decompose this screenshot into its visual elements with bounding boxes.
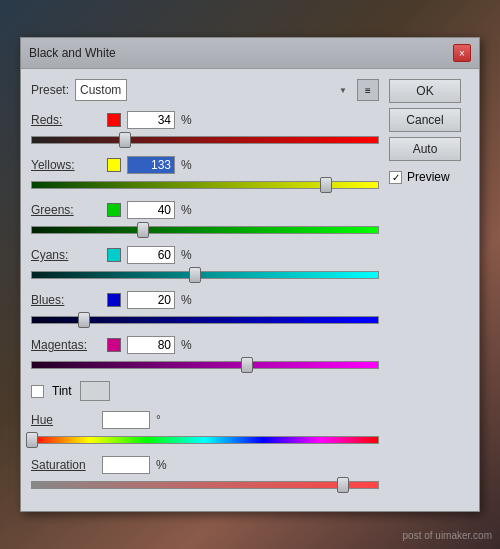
saturation-row: Saturation % (31, 456, 379, 493)
reds-label: Reds: (31, 113, 101, 127)
hue-value-input[interactable] (102, 411, 150, 429)
cyans-value-input[interactable] (127, 246, 175, 264)
blues-header: Blues: % (31, 291, 379, 309)
hue-track[interactable] (31, 436, 379, 444)
preset-select[interactable]: Custom (75, 79, 127, 101)
right-panel: OK Cancel Auto ✓ Preview (389, 79, 469, 501)
blues-slider-row: Blues: % (31, 291, 379, 328)
magentas-label: Magentas: (31, 338, 101, 352)
hue-row: Hue ° (31, 411, 379, 448)
saturation-track-container (31, 477, 379, 493)
greens-percent: % (181, 203, 192, 217)
magentas-value-input[interactable] (127, 336, 175, 354)
blues-track-container (31, 312, 379, 328)
saturation-value-input[interactable] (102, 456, 150, 474)
saturation-unit: % (156, 458, 167, 472)
reds-swatch (107, 113, 121, 127)
title-bar: Black and White × (21, 38, 479, 69)
preset-select-wrapper: Custom (75, 79, 351, 101)
tint-checkbox[interactable] (31, 385, 44, 398)
reds-thumb[interactable] (119, 132, 131, 148)
yellows-percent: % (181, 158, 192, 172)
blues-percent: % (181, 293, 192, 307)
left-panel: Preset: Custom ≡ Reds: % (31, 79, 379, 501)
greens-track[interactable] (31, 226, 379, 234)
reds-percent: % (181, 113, 192, 127)
yellows-value-input[interactable] (127, 156, 175, 174)
cyans-header: Cyans: % (31, 246, 379, 264)
cyans-swatch (107, 248, 121, 262)
blues-value-input[interactable] (127, 291, 175, 309)
preview-checkbox[interactable]: ✓ (389, 171, 402, 184)
greens-value-input[interactable] (127, 201, 175, 219)
magentas-track[interactable] (31, 361, 379, 369)
reds-header: Reds: % (31, 111, 379, 129)
reds-slider-row: Reds: % (31, 111, 379, 148)
saturation-track[interactable] (31, 481, 379, 489)
preset-options-button[interactable]: ≡ (357, 79, 379, 101)
greens-label: Greens: (31, 203, 101, 217)
cyans-label: Cyans: (31, 248, 101, 262)
ok-button[interactable]: OK (389, 79, 461, 103)
magentas-swatch (107, 338, 121, 352)
hue-label: Hue (31, 413, 96, 427)
cyans-track-container (31, 267, 379, 283)
cyans-percent: % (181, 248, 192, 262)
reds-value-input[interactable] (127, 111, 175, 129)
greens-thumb[interactable] (137, 222, 149, 238)
preset-label: Preset: (31, 83, 69, 97)
dialog-body: Preset: Custom ≡ Reds: % (21, 69, 479, 511)
dialog-window: Black and White × Preset: Custom ≡ (20, 37, 480, 512)
hue-track-container (31, 432, 379, 448)
magentas-percent: % (181, 338, 192, 352)
sliders-container: Reds: % Yellows: (31, 111, 379, 373)
greens-swatch (107, 203, 121, 217)
dialog-title: Black and White (29, 46, 116, 60)
magentas-header: Magentas: % (31, 336, 379, 354)
blues-label: Blues: (31, 293, 101, 307)
yellows-slider-row: Yellows: % (31, 156, 379, 193)
greens-header: Greens: % (31, 201, 379, 219)
yellows-thumb[interactable] (320, 177, 332, 193)
tint-row: Tint (31, 381, 379, 401)
preview-row: ✓ Preview (389, 170, 469, 184)
magentas-thumb[interactable] (241, 357, 253, 373)
cyans-slider-row: Cyans: % (31, 246, 379, 283)
yellows-header: Yellows: % (31, 156, 379, 174)
hue-thumb[interactable] (26, 432, 38, 448)
hue-unit: ° (156, 413, 161, 427)
blues-thumb[interactable] (78, 312, 90, 328)
tint-color-swatch[interactable] (80, 381, 110, 401)
cancel-button[interactable]: Cancel (389, 108, 461, 132)
greens-slider-row: Greens: % (31, 201, 379, 238)
blues-track[interactable] (31, 316, 379, 324)
preview-label: Preview (407, 170, 450, 184)
yellows-label: Yellows: (31, 158, 101, 172)
watermark: post of uimaker.com (403, 530, 492, 541)
magentas-slider-row: Magentas: % (31, 336, 379, 373)
hue-header: Hue ° (31, 411, 379, 429)
saturation-thumb[interactable] (337, 477, 349, 493)
cyans-thumb[interactable] (189, 267, 201, 283)
greens-track-container (31, 222, 379, 238)
close-button[interactable]: × (453, 44, 471, 62)
saturation-header: Saturation % (31, 456, 379, 474)
yellows-track[interactable] (31, 181, 379, 189)
magentas-track-container (31, 357, 379, 373)
auto-button[interactable]: Auto (389, 137, 461, 161)
reds-track-container (31, 132, 379, 148)
tint-label: Tint (52, 384, 72, 398)
saturation-label: Saturation (31, 458, 96, 472)
yellows-swatch (107, 158, 121, 172)
preset-row: Preset: Custom ≡ (31, 79, 379, 101)
cyans-track[interactable] (31, 271, 379, 279)
yellows-track-container (31, 177, 379, 193)
blues-swatch (107, 293, 121, 307)
reds-track[interactable] (31, 136, 379, 144)
